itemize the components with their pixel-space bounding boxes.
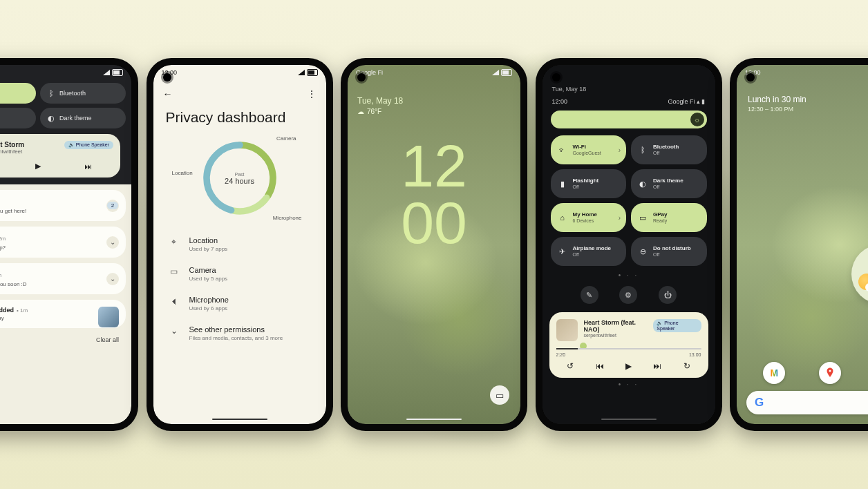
camera-punch bbox=[552, 73, 560, 82]
phone-lock-screen: Google Fi Tue, May 18 ☁76°F 12 00 ▭ bbox=[341, 58, 527, 431]
next-icon[interactable]: ⏭ bbox=[84, 162, 92, 171]
notification[interactable]: New photos added • 1m Weekend getaway bbox=[0, 300, 126, 328]
media-card[interactable]: Heart Storm (feat. NAO) serpentwithfeet … bbox=[549, 312, 708, 378]
back-icon[interactable]: ← bbox=[163, 88, 173, 99]
media-dots: • · · bbox=[542, 378, 715, 391]
dark-theme-icon: ◐ bbox=[47, 114, 55, 122]
qs-wifi[interactable]: ᯤWi-Fi bbox=[0, 83, 36, 104]
status-bar: 12:00 bbox=[0, 65, 131, 80]
camera-punch bbox=[746, 73, 755, 82]
at-a-glance-time: 12:30 – 1:00 PM bbox=[737, 104, 868, 114]
notification[interactable]: Jane • 2m Text me when you get here! 2 bbox=[0, 190, 126, 221]
home-icon: ⌂ bbox=[558, 213, 567, 222]
expand-icon[interactable]: ⌄ bbox=[106, 236, 119, 249]
permission-row-microphone[interactable]: ⏴MicrophoneUsed by 6 apps bbox=[153, 289, 326, 318]
camera-punch bbox=[357, 73, 366, 82]
qs-label: Bluetooth bbox=[59, 90, 86, 97]
qs-time: 12:00 bbox=[552, 98, 568, 105]
qs-airplane[interactable]: ✈Airplane modeOff bbox=[551, 237, 627, 266]
nav-handle[interactable] bbox=[212, 419, 267, 420]
rewind-icon[interactable]: ↺ bbox=[567, 361, 574, 371]
play-icon[interactable]: ▶ bbox=[625, 361, 632, 371]
power-icon: ⏻ bbox=[664, 291, 672, 299]
camera-icon: ▭ bbox=[169, 267, 180, 276]
nav-handle[interactable] bbox=[406, 419, 462, 420]
qs-dark-theme[interactable]: ◐Dark themeOff bbox=[631, 169, 707, 198]
phone-privacy-dashboard: 12:00 ← ⋮ Privacy dashboard Past 24 hour… bbox=[147, 58, 333, 431]
sun-cloud-icon bbox=[858, 274, 868, 290]
cloud-icon: ☁ bbox=[357, 108, 364, 115]
ring-period: 24 hours bbox=[225, 177, 254, 185]
media-title: Heart Storm bbox=[0, 141, 24, 148]
qs-wifi[interactable]: ᯤWi-FiGoogleGuest› bbox=[551, 135, 627, 164]
pencil-icon: ✎ bbox=[586, 291, 592, 300]
qs-bluetooth[interactable]: ᛒBluetooth bbox=[40, 83, 126, 104]
forward-icon[interactable]: ↻ bbox=[683, 361, 690, 371]
expand-icon[interactable]: 2 bbox=[106, 200, 119, 212]
notification-body: Text me when you get here! bbox=[0, 208, 117, 214]
qs-label: Dark theme bbox=[59, 115, 92, 122]
elapsed-time: 2:20 bbox=[556, 352, 566, 357]
maps-icon[interactable] bbox=[819, 362, 841, 384]
ring-camera-label: Camera bbox=[276, 135, 296, 142]
phone-quick-settings: Tue, May 18 12:00 Google Fi ▴ ▮ ☼ ᯤWi-Fi… bbox=[536, 58, 722, 431]
gpay-icon: ▭ bbox=[638, 213, 648, 222]
media-subtitle: serpentwithfeet bbox=[0, 148, 24, 155]
qs-dnd[interactable]: ⊖Do not disturbOff bbox=[631, 237, 707, 266]
permission-row-other[interactable]: ⌄See other permissionsFiles and media, c… bbox=[153, 318, 326, 348]
nav-handle[interactable] bbox=[601, 419, 657, 420]
notification[interactable]: Florian • 2m How was your trip? ⌄ bbox=[0, 227, 126, 258]
gear-icon: ⚙ bbox=[625, 291, 632, 300]
weather-widget[interactable]: 72° bbox=[851, 245, 868, 304]
dnd-icon: ⊖ bbox=[638, 247, 648, 256]
permission-row-location[interactable]: ⌖LocationUsed by 7 apps bbox=[153, 229, 326, 259]
play-icon[interactable]: ▶ bbox=[35, 162, 41, 171]
power-button[interactable]: ⏻ bbox=[659, 286, 677, 304]
wifi-icon: ᯤ bbox=[558, 146, 567, 154]
edit-tiles-button[interactable]: ✎ bbox=[581, 286, 598, 304]
prev-icon[interactable]: ⏮ bbox=[596, 361, 604, 371]
location-icon: ⌖ bbox=[169, 237, 180, 247]
qs-flashlight[interactable]: ▮Flashlight bbox=[0, 108, 36, 128]
seek-bar[interactable] bbox=[556, 348, 701, 349]
settings-button[interactable]: ⚙ bbox=[619, 286, 637, 304]
bluetooth-icon: ᛒ bbox=[638, 146, 648, 154]
lock-weather: ☁76°F bbox=[348, 106, 520, 117]
search-bar[interactable]: G bbox=[746, 391, 868, 414]
usage-ring: Past 24 hours Camera Microphone Location bbox=[198, 137, 281, 220]
chevron-right-icon: › bbox=[619, 146, 621, 154]
microphone-icon: ⏴ bbox=[169, 296, 180, 306]
qs-carrier: Google Fi ▴ ▮ bbox=[668, 98, 705, 105]
page-title: Privacy dashboard bbox=[153, 105, 326, 137]
photo-thumb-icon bbox=[98, 307, 119, 327]
qs-home[interactable]: ⌂My Home6 Devices› bbox=[551, 203, 627, 232]
next-icon[interactable]: ⏭ bbox=[653, 361, 661, 371]
qs-gpay[interactable]: ▭GPayReady bbox=[631, 203, 707, 232]
status-bar: Google Fi bbox=[348, 65, 520, 80]
expand-icon[interactable]: ⌄ bbox=[106, 273, 119, 285]
qs-bluetooth[interactable]: ᛒBluetoothOff bbox=[631, 135, 707, 164]
output-chip[interactable]: 🔈 Phone Speaker bbox=[653, 319, 701, 332]
notification-body: How was your trip? bbox=[0, 245, 117, 251]
overflow-icon[interactable]: ⋮ bbox=[307, 88, 317, 99]
media-card[interactable]: Heart Storm serpentwithfeet 🔈 Phone Spea… bbox=[0, 134, 120, 178]
wallet-icon: ▭ bbox=[496, 390, 504, 401]
brightness-slider[interactable]: ☼ bbox=[551, 111, 707, 128]
notification[interactable]: Paige • 2m Awesome! See you soon :D ⌄ bbox=[0, 263, 126, 294]
ring-period-label: Past bbox=[234, 172, 244, 177]
permission-list: ⌖LocationUsed by 7 apps ▭CameraUsed by 5… bbox=[153, 220, 326, 348]
qs-dark-theme[interactable]: ◐Dark theme bbox=[40, 108, 126, 128]
dark-theme-icon: ◐ bbox=[638, 180, 648, 189]
hotseat: M bbox=[737, 362, 868, 384]
gmail-icon[interactable]: M bbox=[763, 362, 785, 384]
permission-row-camera[interactable]: ▭CameraUsed by 5 apps bbox=[153, 259, 326, 289]
flashlight-icon: ▮ bbox=[558, 180, 567, 189]
qs-flashlight[interactable]: ▮FlashlightOff bbox=[551, 169, 627, 198]
phone-notification-shade: 12:00 ᯤWi-Fi ᛒBluetooth ▮Flashlight ◐Dar… bbox=[0, 58, 138, 431]
media-art bbox=[556, 319, 578, 341]
output-chip[interactable]: 🔈 Phone Speaker bbox=[64, 141, 113, 149]
chevron-right-icon: › bbox=[619, 214, 621, 222]
wallet-shortcut[interactable]: ▭ bbox=[490, 385, 509, 405]
chevron-down-icon: ⌄ bbox=[169, 326, 180, 336]
clear-all-button[interactable]: Clear all bbox=[96, 336, 119, 343]
